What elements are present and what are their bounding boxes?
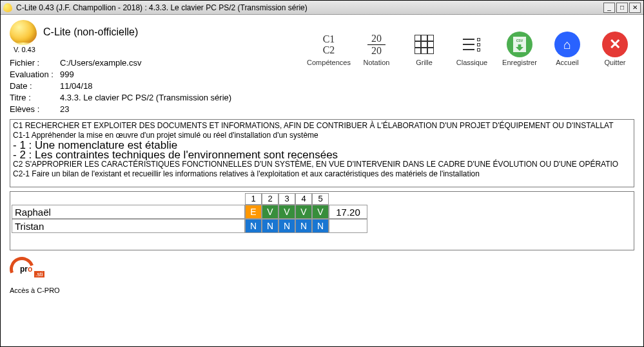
student-name: Raphaël bbox=[12, 205, 245, 219]
grade-cell[interactable]: N bbox=[312, 219, 329, 233]
app-name: C-Lite (non-officielle) bbox=[43, 26, 138, 38]
eleves-label: Elèves : bbox=[10, 104, 60, 115]
accueil-button[interactable]: ⌂ Accueil bbox=[548, 32, 587, 66]
classique-button[interactable]: Classique bbox=[453, 32, 491, 66]
notation-button[interactable]: 2020 Notation bbox=[357, 32, 396, 66]
date-label: Date : bbox=[10, 80, 60, 92]
grading-grid[interactable]: 1 2 3 4 5 Raphaël E V V V V 17.20 Trista… bbox=[10, 191, 634, 250]
app-logo bbox=[10, 20, 37, 44]
cpro-logo: pro .sti bbox=[10, 257, 37, 284]
home-icon: ⌂ bbox=[554, 32, 580, 57]
close-button[interactable]: ✕ bbox=[629, 3, 641, 13]
comp-c2-1: C2-1 Faire un bilan de l'existant et rec… bbox=[13, 169, 631, 179]
score-cell: 17.20 bbox=[329, 205, 367, 219]
grade-cell[interactable]: N bbox=[262, 219, 278, 233]
competence-panel[interactable]: C1 RECHERCHER ET EXPLOITER DES DOCUMENTS… bbox=[10, 119, 634, 187]
enregistrer-label: Enregistrer bbox=[502, 59, 537, 66]
grade-cell[interactable]: N bbox=[245, 219, 262, 233]
window-title: C-Lite 0.43 (J.F. Champollion - 2018) : … bbox=[16, 3, 603, 12]
grid-icon bbox=[415, 35, 434, 54]
grade-cell[interactable]: N bbox=[278, 219, 295, 233]
grade-cell[interactable]: V bbox=[312, 205, 329, 219]
student-row[interactable]: Raphaël E V V V V 17.20 bbox=[12, 205, 632, 219]
quit-icon: ✕ bbox=[602, 32, 628, 57]
col-header: 1 bbox=[245, 193, 262, 205]
list-icon bbox=[463, 36, 481, 53]
date-value: 11/04/18 bbox=[60, 80, 93, 92]
titlebar: C-Lite 0.43 (J.F. Champollion - 2018) : … bbox=[1, 1, 643, 15]
col-header: 5 bbox=[312, 193, 329, 205]
col-header: 3 bbox=[278, 193, 295, 205]
cpro-link-text: Accès à C-PRO bbox=[10, 286, 60, 294]
grille-label: Grille bbox=[416, 59, 433, 66]
quitter-button[interactable]: ✕ Quitter bbox=[596, 32, 634, 66]
col-header: 2 bbox=[262, 193, 278, 205]
student-name: Tristan bbox=[12, 219, 245, 233]
grille-button[interactable]: Grille bbox=[405, 32, 444, 66]
fraction-icon: 2020 bbox=[367, 33, 385, 57]
minimize-button[interactable]: _ bbox=[603, 3, 615, 13]
app-icon-small bbox=[3, 3, 12, 12]
grade-cell[interactable]: E bbox=[245, 205, 262, 219]
titre-value: 4.3.3. Le clavier PC PS/2 (Transmission … bbox=[60, 92, 231, 104]
col-header: 4 bbox=[295, 193, 312, 205]
notation-label: Notation bbox=[364, 59, 390, 66]
grade-cell[interactable]: V bbox=[262, 205, 278, 219]
evaluation-value: 999 bbox=[60, 69, 74, 80]
comp-c1: C1 RECHERCHER ET EXPLOITER DES DOCUMENTS… bbox=[13, 121, 631, 131]
fichier-label: Fichier : bbox=[10, 57, 60, 69]
score-cell bbox=[329, 219, 367, 233]
c1c2-icon: C1C2 bbox=[323, 33, 335, 55]
accueil-label: Accueil bbox=[556, 59, 578, 66]
maximize-button[interactable]: □ bbox=[616, 3, 628, 13]
eleves-value: 23 bbox=[60, 104, 69, 115]
meta-table: Fichier :C:/Users/example.csv Evaluation… bbox=[10, 57, 309, 115]
cpro-link[interactable]: pro .sti Accès à C-PRO bbox=[10, 257, 60, 294]
quitter-label: Quitter bbox=[604, 59, 625, 66]
grade-cell[interactable]: V bbox=[278, 205, 295, 219]
fichier-value: C:/Users/example.csv bbox=[60, 57, 141, 69]
comp-item2: - 2 : Les contraintes techniques de l'en… bbox=[13, 150, 631, 160]
enregistrer-button[interactable]: csv Enregistrer bbox=[500, 32, 539, 66]
titre-label: Titre : bbox=[10, 92, 60, 104]
save-icon: csv bbox=[507, 32, 532, 57]
classique-label: Classique bbox=[456, 59, 487, 66]
evaluation-label: Evaluation : bbox=[10, 69, 60, 80]
grade-cell[interactable]: V bbox=[295, 205, 312, 219]
grade-cell[interactable]: N bbox=[295, 219, 312, 233]
comp-c2: C2 S'APPROPRIER LES CARACTÉRISTIQUES FON… bbox=[13, 160, 631, 169]
column-header-row: 1 2 3 4 5 bbox=[245, 193, 632, 205]
student-row[interactable]: Tristan N N N N N bbox=[12, 219, 632, 233]
competences-button[interactable]: C1C2 Compétences bbox=[309, 32, 348, 66]
competences-label: Compétences bbox=[307, 59, 351, 66]
app-version: V. 0.43 bbox=[14, 46, 309, 53]
